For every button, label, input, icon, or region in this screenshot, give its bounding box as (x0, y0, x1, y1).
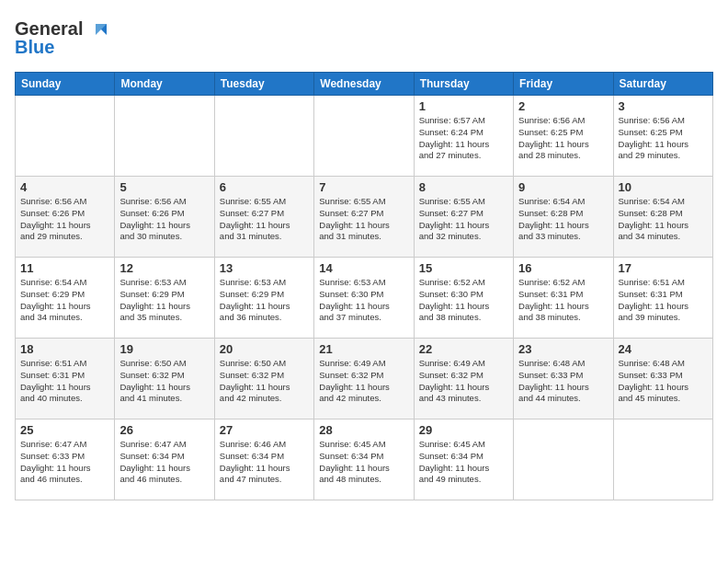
cell-info-text: Sunrise: 6:49 AM Sunset: 6:32 PM Dayligh… (319, 358, 408, 405)
calendar-cell: 6Sunrise: 6:55 AM Sunset: 6:27 PM Daylig… (214, 177, 313, 258)
cell-info-text: Sunrise: 6:47 AM Sunset: 6:34 PM Dayligh… (119, 439, 209, 486)
cell-date-number: 5 (119, 180, 209, 194)
calendar-cell: 24Sunrise: 6:48 AM Sunset: 6:33 PM Dayli… (613, 339, 712, 419)
calendar-cell (115, 96, 214, 177)
calendar-cell: 23Sunrise: 6:48 AM Sunset: 6:33 PM Dayli… (514, 339, 613, 419)
cell-info-text: Sunrise: 6:52 AM Sunset: 6:31 PM Dayligh… (518, 277, 608, 324)
day-header-friday: Friday (514, 73, 613, 96)
cell-date-number: 7 (319, 180, 408, 194)
cell-date-number: 26 (119, 423, 209, 437)
cell-date-number: 17 (619, 261, 708, 275)
cell-info-text: Sunrise: 6:56 AM Sunset: 6:25 PM Dayligh… (619, 115, 708, 162)
cell-info-text: Sunrise: 6:52 AM Sunset: 6:30 PM Dayligh… (419, 277, 508, 324)
calendar-header-row: SundayMondayTuesdayWednesdayThursdayFrid… (16, 73, 713, 96)
calendar-cell: 27Sunrise: 6:46 AM Sunset: 6:34 PM Dayli… (214, 419, 313, 500)
day-header-wednesday: Wednesday (314, 73, 414, 96)
cell-info-text: Sunrise: 6:57 AM Sunset: 6:24 PM Dayligh… (419, 115, 508, 162)
calendar-week-row: 25Sunrise: 6:47 AM Sunset: 6:33 PM Dayli… (16, 419, 713, 500)
calendar-cell: 17Sunrise: 6:51 AM Sunset: 6:31 PM Dayli… (613, 258, 712, 339)
calendar-cell: 20Sunrise: 6:50 AM Sunset: 6:32 PM Dayli… (214, 339, 313, 419)
cell-info-text: Sunrise: 6:56 AM Sunset: 6:26 PM Dayligh… (20, 196, 109, 243)
cell-date-number: 19 (119, 342, 209, 356)
cell-info-text: Sunrise: 6:48 AM Sunset: 6:33 PM Dayligh… (619, 358, 708, 405)
cell-date-number: 24 (619, 342, 708, 356)
calendar-cell: 15Sunrise: 6:52 AM Sunset: 6:30 PM Dayli… (414, 258, 513, 339)
cell-date-number: 9 (518, 180, 608, 194)
calendar-cell: 7Sunrise: 6:55 AM Sunset: 6:27 PM Daylig… (314, 177, 414, 258)
cell-date-number: 6 (220, 180, 309, 194)
cell-info-text: Sunrise: 6:54 AM Sunset: 6:29 PM Dayligh… (20, 277, 109, 324)
day-header-monday: Monday (115, 73, 214, 96)
calendar-cell (514, 419, 613, 500)
calendar-cell (16, 96, 115, 177)
cell-date-number: 28 (319, 423, 408, 437)
cell-date-number: 27 (220, 423, 309, 437)
cell-info-text: Sunrise: 6:50 AM Sunset: 6:32 PM Dayligh… (119, 358, 209, 405)
cell-info-text: Sunrise: 6:55 AM Sunset: 6:27 PM Dayligh… (319, 196, 408, 243)
cell-info-text: Sunrise: 6:51 AM Sunset: 6:31 PM Dayligh… (619, 277, 708, 324)
cell-info-text: Sunrise: 6:49 AM Sunset: 6:32 PM Dayligh… (419, 358, 508, 405)
cell-info-text: Sunrise: 6:45 AM Sunset: 6:34 PM Dayligh… (419, 439, 508, 486)
logo-svg: General Blue (15, 15, 116, 59)
cell-date-number: 15 (419, 261, 508, 275)
cell-info-text: Sunrise: 6:56 AM Sunset: 6:25 PM Dayligh… (518, 115, 608, 162)
calendar-cell: 5Sunrise: 6:56 AM Sunset: 6:26 PM Daylig… (115, 177, 214, 258)
calendar-cell: 8Sunrise: 6:55 AM Sunset: 6:27 PM Daylig… (414, 177, 513, 258)
cell-info-text: Sunrise: 6:54 AM Sunset: 6:28 PM Dayligh… (518, 196, 608, 243)
svg-text:General: General (15, 18, 83, 39)
calendar-cell: 21Sunrise: 6:49 AM Sunset: 6:32 PM Dayli… (314, 339, 414, 419)
cell-info-text: Sunrise: 6:51 AM Sunset: 6:31 PM Dayligh… (20, 358, 109, 405)
calendar-body: 1Sunrise: 6:57 AM Sunset: 6:24 PM Daylig… (16, 96, 713, 500)
calendar-cell: 2Sunrise: 6:56 AM Sunset: 6:25 PM Daylig… (514, 96, 613, 177)
page: General Blue SundayMondayTuesdayWednesda… (0, 0, 728, 563)
header: General Blue (15, 15, 713, 63)
cell-date-number: 3 (619, 99, 708, 113)
cell-date-number: 13 (220, 261, 309, 275)
calendar-cell: 10Sunrise: 6:54 AM Sunset: 6:28 PM Dayli… (613, 177, 712, 258)
calendar-cell: 14Sunrise: 6:53 AM Sunset: 6:30 PM Dayli… (314, 258, 414, 339)
cell-date-number: 25 (20, 423, 109, 437)
calendar-cell: 22Sunrise: 6:49 AM Sunset: 6:32 PM Dayli… (414, 339, 513, 419)
calendar-cell (314, 96, 414, 177)
cell-info-text: Sunrise: 6:56 AM Sunset: 6:26 PM Dayligh… (119, 196, 209, 243)
calendar-cell: 26Sunrise: 6:47 AM Sunset: 6:34 PM Dayli… (115, 419, 214, 500)
cell-date-number: 10 (619, 180, 708, 194)
cell-info-text: Sunrise: 6:50 AM Sunset: 6:32 PM Dayligh… (220, 358, 309, 405)
cell-info-text: Sunrise: 6:46 AM Sunset: 6:34 PM Dayligh… (220, 439, 309, 486)
cell-date-number: 29 (419, 423, 508, 437)
calendar-cell: 4Sunrise: 6:56 AM Sunset: 6:26 PM Daylig… (16, 177, 115, 258)
cell-info-text: Sunrise: 6:53 AM Sunset: 6:29 PM Dayligh… (220, 277, 309, 324)
cell-info-text: Sunrise: 6:53 AM Sunset: 6:29 PM Dayligh… (119, 277, 209, 324)
cell-date-number: 23 (518, 342, 608, 356)
cell-info-text: Sunrise: 6:48 AM Sunset: 6:33 PM Dayligh… (518, 358, 608, 405)
calendar-cell (613, 419, 712, 500)
calendar-cell: 3Sunrise: 6:56 AM Sunset: 6:25 PM Daylig… (613, 96, 712, 177)
calendar-week-row: 4Sunrise: 6:56 AM Sunset: 6:26 PM Daylig… (16, 177, 713, 258)
cell-info-text: Sunrise: 6:45 AM Sunset: 6:34 PM Dayligh… (319, 439, 408, 486)
day-header-saturday: Saturday (613, 73, 712, 96)
calendar-cell: 9Sunrise: 6:54 AM Sunset: 6:28 PM Daylig… (514, 177, 613, 258)
cell-date-number: 4 (20, 180, 109, 194)
calendar-week-row: 11Sunrise: 6:54 AM Sunset: 6:29 PM Dayli… (16, 258, 713, 339)
cell-info-text: Sunrise: 6:47 AM Sunset: 6:33 PM Dayligh… (20, 439, 109, 486)
calendar-cell: 19Sunrise: 6:50 AM Sunset: 6:32 PM Dayli… (115, 339, 214, 419)
calendar-cell: 1Sunrise: 6:57 AM Sunset: 6:24 PM Daylig… (414, 96, 513, 177)
calendar-cell: 12Sunrise: 6:53 AM Sunset: 6:29 PM Dayli… (115, 258, 214, 339)
cell-date-number: 20 (220, 342, 309, 356)
calendar-cell: 29Sunrise: 6:45 AM Sunset: 6:34 PM Dayli… (414, 419, 513, 500)
cell-date-number: 14 (319, 261, 408, 275)
calendar-cell (214, 96, 313, 177)
svg-text:Blue: Blue (15, 37, 54, 57)
cell-info-text: Sunrise: 6:53 AM Sunset: 6:30 PM Dayligh… (319, 277, 408, 324)
day-header-sunday: Sunday (16, 73, 115, 96)
calendar-cell: 13Sunrise: 6:53 AM Sunset: 6:29 PM Dayli… (214, 258, 313, 339)
calendar-table: SundayMondayTuesdayWednesdayThursdayFrid… (15, 72, 713, 500)
calendar-cell: 28Sunrise: 6:45 AM Sunset: 6:34 PM Dayli… (314, 419, 414, 500)
cell-date-number: 21 (319, 342, 408, 356)
cell-date-number: 11 (20, 261, 109, 275)
cell-date-number: 22 (419, 342, 508, 356)
cell-date-number: 1 (419, 99, 508, 113)
day-header-tuesday: Tuesday (214, 73, 313, 96)
cell-date-number: 8 (419, 180, 508, 194)
cell-info-text: Sunrise: 6:55 AM Sunset: 6:27 PM Dayligh… (419, 196, 508, 243)
